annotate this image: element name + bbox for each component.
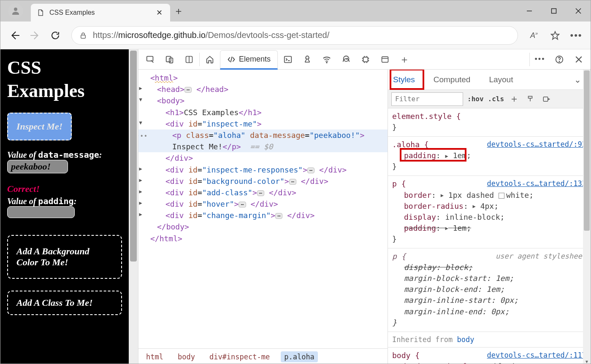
forward-button[interactable]	[27, 27, 43, 44]
url-text: https://microsoftedge.github.io/Demos/de…	[93, 30, 329, 40]
padding-label: Value of padding:	[7, 196, 122, 206]
titlebar: CSS Examples ✕ ＋	[0, 0, 591, 22]
svg-point-0	[14, 8, 17, 11]
p-rule[interactable]: devtools-cs…tarted/:133 p { border: ▶ 1p…	[388, 176, 591, 248]
toolbar: https://microsoftedge.github.io/Demos/de…	[0, 22, 591, 49]
console-tab-icon[interactable]	[279, 51, 297, 68]
favorite-button[interactable]	[547, 27, 564, 44]
svg-rect-2	[552, 9, 556, 13]
dom-tree[interactable]: <html> ▶<head>⋯ </head> ▼<body> <h1>CSS …	[138, 70, 388, 348]
minimize-button[interactable]	[517, 0, 542, 22]
welcome-tab-icon[interactable]	[201, 51, 219, 68]
computed-toggle-icon[interactable]	[540, 93, 552, 105]
tab-title: CSS Examples	[49, 9, 149, 16]
help-icon[interactable]	[550, 51, 569, 68]
svg-rect-25	[529, 96, 532, 98]
element-style-rule[interactable]: element.style { }	[388, 108, 591, 137]
address-bar[interactable]: https://microsoftedge.github.io/Demos/de…	[71, 26, 518, 45]
svg-rect-26	[543, 97, 548, 101]
page-viewport: CSS Examples Inspect Me! Value of data-m…	[0, 49, 138, 364]
read-aloud-button[interactable]: A»	[526, 27, 542, 44]
performance-tab-icon[interactable]	[337, 51, 355, 68]
devtools-close-icon[interactable]	[569, 51, 588, 68]
breadcrumb[interactable]: html body div#inspect-me p.aloha	[138, 348, 388, 364]
ua-label: user agent stylesheet	[496, 251, 586, 262]
source-link[interactable]: devtools-cs…started/:92	[487, 139, 586, 150]
page-heading: CSS Examples	[7, 56, 122, 102]
elements-tab[interactable]: Elements	[220, 50, 278, 70]
page-icon	[37, 9, 44, 16]
maximize-button[interactable]	[542, 0, 566, 22]
more-tabs-button[interactable]: ＋	[395, 51, 414, 68]
svg-rect-16	[363, 57, 368, 62]
crumb-div[interactable]: div#inspect-me	[206, 351, 273, 362]
svg-point-13	[306, 56, 309, 59]
sources-tab-icon[interactable]	[298, 51, 317, 68]
tab-computed[interactable]: Computed	[428, 73, 476, 87]
inspect-me-box[interactable]: Inspect Me!	[7, 113, 72, 140]
elements-tab-label: Elements	[239, 55, 271, 64]
hov-toggle[interactable]: :hov	[467, 95, 484, 103]
menu-button[interactable]: •••	[568, 27, 585, 44]
svg-rect-17	[382, 57, 388, 62]
back-button[interactable]	[6, 27, 23, 44]
source-link[interactable]: devtools-cs…tarted/:133	[487, 178, 586, 189]
add-class-box[interactable]: Add A Class To Me!	[7, 291, 122, 315]
body-rule[interactable]: devtools-cs…tarted/:117 body { backgroun…	[388, 348, 591, 364]
browser-tab[interactable]: CSS Examples ✕	[31, 4, 170, 22]
inherited-header: Inherited from body	[388, 332, 591, 348]
profile-button[interactable]	[8, 3, 23, 19]
styles-pane: Styles Computed Layout ⌄ :hov .cls	[388, 70, 591, 364]
crumb-html[interactable]: html	[143, 351, 167, 362]
svg-marker-6	[551, 31, 559, 39]
memory-tab-icon[interactable]	[356, 51, 375, 68]
devtools-menu-icon[interactable]: •••	[531, 51, 549, 68]
padding-value[interactable]	[7, 206, 75, 218]
bg-color-box[interactable]: Add A Background Color To Me!	[7, 235, 122, 279]
correct-label: Correct!	[7, 183, 122, 194]
page-scrollbar[interactable]	[129, 49, 138, 364]
paint-icon[interactable]	[524, 93, 536, 105]
tab-layout[interactable]: Layout	[484, 73, 518, 87]
edge-window: CSS Examples ✕ ＋ https://microsoftedge.g…	[0, 0, 591, 364]
ua-p-rule[interactable]: user agent stylesheet p { display: block…	[388, 248, 591, 332]
aloha-rule[interactable]: devtools-cs…started/:92 .aloha { padding…	[388, 137, 591, 176]
devtools-panel: Elements ＋ ••• <html>	[138, 49, 591, 364]
svg-point-14	[326, 62, 327, 63]
svg-rect-7	[147, 56, 153, 61]
application-tab-icon[interactable]	[376, 51, 394, 68]
data-message-value[interactable]: peekaboo!	[7, 160, 68, 173]
data-message-label: Value of data-message:	[7, 150, 122, 160]
reload-button[interactable]	[47, 27, 64, 44]
new-tab-button[interactable]: ＋	[170, 3, 187, 19]
source-link[interactable]: devtools-cs…tarted/:117	[487, 350, 586, 361]
dock-icon[interactable]	[180, 51, 198, 68]
devtools-tabbar: Elements ＋ •••	[138, 49, 591, 70]
crumb-p[interactable]: p.aloha	[281, 351, 318, 362]
styles-tabs: Styles Computed Layout ⌄	[388, 70, 591, 90]
elements-icon	[227, 55, 236, 64]
svg-rect-8	[166, 56, 171, 62]
tab-close-icon[interactable]: ✕	[154, 8, 164, 17]
close-window-button[interactable]	[566, 0, 591, 22]
cls-toggle[interactable]: .cls	[488, 95, 504, 103]
styles-toolbar: :hov .cls	[388, 90, 591, 108]
lock-icon	[79, 32, 87, 39]
svg-point-20	[559, 61, 559, 61]
device-toggle-icon[interactable]	[160, 51, 179, 68]
inspect-icon[interactable]	[141, 51, 160, 68]
crumb-body[interactable]: body	[174, 351, 198, 362]
svg-rect-5	[81, 35, 86, 38]
new-rule-icon[interactable]	[508, 93, 520, 105]
styles-filter-input[interactable]	[391, 92, 463, 106]
tab-styles[interactable]: Styles	[388, 73, 420, 87]
window-controls	[517, 0, 591, 22]
network-tab-icon[interactable]	[317, 51, 336, 68]
rules-list[interactable]: element.style { } devtools-cs…started/:9…	[388, 108, 591, 364]
styles-scrollbar[interactable]: ▲ ▼	[583, 70, 591, 364]
elements-panel: <html> ▶<head>⋯ </head> ▼<body> <h1>CSS …	[138, 70, 388, 364]
svg-rect-12	[285, 56, 292, 62]
main-area: CSS Examples Inspect Me! Value of data-m…	[0, 49, 591, 364]
